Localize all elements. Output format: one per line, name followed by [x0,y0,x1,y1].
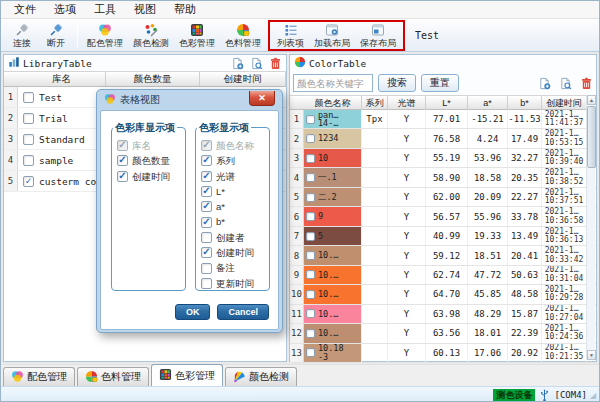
color-row[interactable]: 75Y40.9919.3313.492021-1…10:36:13 [290,227,596,246]
library-column-header-1[interactable]: 库名 [18,72,106,86]
checkbox[interactable] [201,232,212,243]
checkbox[interactable] [117,155,128,166]
preview-library-icon[interactable] [250,57,263,70]
checkbox[interactable] [117,171,128,182]
checkbox[interactable] [306,134,315,143]
color-detect-icon [144,23,158,37]
display-option-label: 颜色名称 [216,138,254,153]
checkbox[interactable] [201,171,212,182]
checkbox[interactable] [306,212,315,221]
menu-item-5[interactable]: 帮助 [165,1,205,18]
checkbox[interactable] [201,247,212,258]
library-column-header-2[interactable]: 颜色数量 [106,72,200,86]
reset-button[interactable]: 重置 [421,74,459,92]
color-row[interactable]: 1pan…14-…TpxY77.01-15.21-11.532021-1…11:… [290,110,596,129]
ok-button[interactable]: OK [175,304,211,320]
checkbox[interactable] [201,278,212,289]
color-row[interactable]: 1110.…Y63.9848.2915.872021-1…10:27:04 [290,305,596,324]
checkbox[interactable] [201,201,212,212]
bottom-tab-2[interactable]: 色料管理 [77,367,149,386]
checkbox[interactable] [306,193,315,202]
search-button[interactable]: 搜索 [378,74,416,92]
toolbar-button-color-grid[interactable]: 色彩管理 [174,22,220,49]
checkbox[interactable] [306,270,315,279]
toolbar-button-plug-gray[interactable]: 连接 [5,22,39,49]
display-option-item: 更新时间 [201,276,266,291]
library-column-header-3[interactable]: 创建时间 [200,72,286,86]
plug-gray-icon [15,23,29,37]
color-row[interactable]: 910.…Y62.7447.7250.632021-1…10:31:04 [290,266,596,285]
scrollbar-thumb[interactable] [587,106,596,168]
checkbox[interactable] [23,134,34,145]
dialog-close-icon[interactable]: ✕ [249,91,275,106]
toolbar-button-label: 加载布局 [314,38,350,48]
preview-color-icon[interactable] [559,77,572,90]
color-row[interactable]: 21234Y76.584.2417.492021-1…10:53:15 [290,129,596,148]
color-column-header-4[interactable]: L* [426,96,468,110]
cancel-button[interactable]: Cancel [217,304,269,320]
checkbox[interactable] [306,251,315,260]
color-row[interactable]: 1210.…Y63.5618.0122.392021-1…10:24:36 [290,324,596,343]
toolbar-button-layout-save[interactable]: 保存布局 [355,22,401,49]
checkbox[interactable] [23,113,34,124]
checkbox[interactable] [306,329,315,338]
add-color-icon[interactable] [538,77,551,90]
checkbox[interactable] [23,176,34,187]
toolbar-button-list[interactable]: 列表项 [272,22,309,49]
menu-item-1[interactable]: 文件 [5,1,45,18]
toolbar-separator [77,22,78,48]
bottom-tab-4[interactable]: 颜色检测 [225,367,297,386]
delete-library-icon[interactable] [269,57,282,70]
color-row[interactable]: 310Y55.1953.9632.272021-1…10:39:40 [290,149,596,168]
toolbar-button-layout-load[interactable]: 加载布局 [309,22,355,49]
l-value-cell: 40.99 [426,227,468,245]
checkbox[interactable] [306,309,315,318]
bottom-tab-3[interactable]: 色彩管理 [151,364,223,386]
checkbox[interactable] [201,263,212,274]
dialog-titlebar[interactable]: 表格视图 ✕ [100,90,279,110]
color-column-header-2[interactable]: 系列 [362,96,388,110]
checkbox[interactable] [306,154,315,163]
color-row[interactable]: 69Y56.5755.9633.782021-1…10:36:58 [290,207,596,226]
color-column-header-3[interactable]: 光谱 [388,96,426,110]
checkbox[interactable] [306,232,315,241]
series-cell [362,285,388,303]
color-panel-titlebar: ColorTable [290,55,596,71]
checkbox[interactable] [201,155,212,166]
add-library-icon[interactable] [231,57,244,70]
color-name-search-input[interactable] [293,74,373,92]
menu-item-3[interactable]: 工具 [85,1,125,18]
toolbar-button-color-detect[interactable]: 颜色检测 [128,22,174,49]
checkbox[interactable] [306,348,315,357]
menu-item-4[interactable]: 视图 [125,1,165,18]
toolbar-button-color-wheel[interactable]: 配色管理 [82,22,128,49]
color-row[interactable]: 5二.2Y62.0020.0922.272021-1…10:37:51 [290,188,596,207]
checkbox[interactable] [306,290,315,299]
scroll-up-icon[interactable]: ▲ [587,95,596,105]
scroll-down-icon[interactable]: ▼ [587,350,596,360]
toolbar-button-pigment[interactable]: 色料管理 [220,22,266,49]
series-cell [362,324,388,342]
checkbox[interactable] [23,92,34,103]
checkbox[interactable] [306,173,315,182]
menu-item-2[interactable]: 选项 [45,1,85,18]
checkbox[interactable] [201,217,212,228]
checkbox[interactable] [23,155,34,166]
color-column-header-5[interactable]: a* [468,96,508,110]
toolbar-button-plug-blue[interactable]: 断开 [39,22,73,49]
color-row[interactable]: 1310.18-3Y60.1317.0620.922021-1…10:21:35 [290,344,596,363]
resize-grip-icon[interactable]: ◢ [590,392,598,400]
vertical-scrollbar[interactable]: ▲ ▼ [586,95,595,360]
row-number: 4 [290,168,304,186]
color-column-header-6[interactable]: b* [508,96,542,110]
bottom-tab-1[interactable]: 配色管理 [3,367,75,386]
color-row[interactable]: 810.…Y59.1218.5120.412021-1…10:33:42 [290,246,596,265]
checkbox[interactable] [201,186,212,197]
color-row[interactable]: 1010.…Y64.7045.8548.582021-1…10:29:28 [290,285,596,304]
color-column-header-1[interactable]: 颜色名称 [304,96,362,110]
delete-color-icon[interactable] [580,77,593,90]
color-column-header-7[interactable]: 创建时间 [542,96,587,110]
a-value-cell: 18.58 [468,168,508,186]
color-row[interactable]: 4一.1Y58.9018.5820.352021-1…10:38:52 [290,168,596,187]
checkbox[interactable] [306,115,315,124]
